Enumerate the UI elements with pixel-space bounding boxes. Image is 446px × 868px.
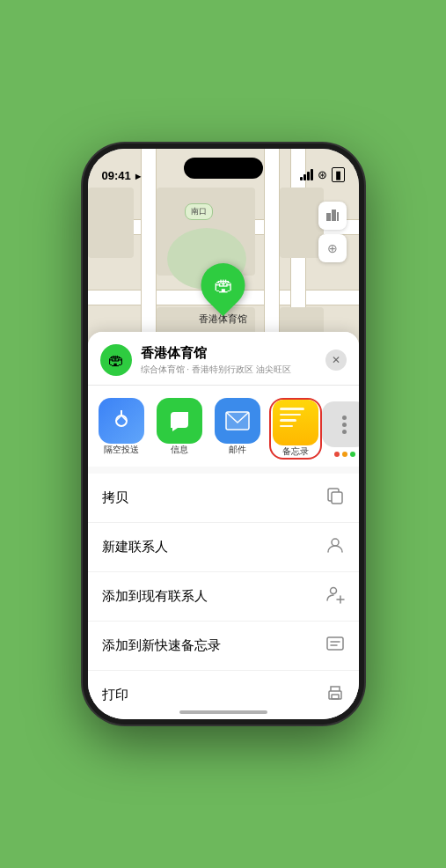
action-add-contact[interactable]: 添加到现有联系人 [88,572,359,622]
svg-rect-14 [327,637,343,650]
print-label: 打印 [102,687,128,703]
quick-note-icon [325,634,345,658]
share-item-message[interactable]: 信息 [153,398,206,460]
share-item-airdrop[interactable]: 隔空投送 [95,398,148,460]
close-button[interactable]: ✕ [325,349,347,371]
wifi-icon: ⊛ [318,168,327,181]
action-quick-note[interactable]: 添加到新快速备忘录 [88,622,359,671]
svg-point-10 [332,539,339,546]
more-icon [322,401,359,447]
share-more-button[interactable] [327,398,359,460]
more-dots [342,416,347,434]
action-copy[interactable]: 拷贝 [88,474,359,523]
notes-line-3 [280,419,297,422]
notes-label: 备忘录 [282,445,309,458]
compass-icon: ⊕ [327,241,338,255]
dynamic-island [184,158,263,179]
svg-rect-0 [326,213,331,221]
airdrop-label: 隔空投送 [104,444,139,456]
location-button[interactable]: ⊕ [318,234,347,262]
venue-info: 香港体育馆 综合体育馆 · 香港特别行政区 油尖旺区 [141,345,325,376]
airdrop-icon [99,398,144,444]
map-label-nankou: 南口 [185,203,213,220]
copy-icon [325,486,345,510]
dot2 [342,423,347,427]
color-dot-red [334,452,340,457]
print-icon [325,683,345,707]
dot3 [342,430,347,434]
status-time: 09:41 ► [102,169,143,182]
svg-rect-9 [332,492,342,504]
signal-bar-2 [303,174,306,180]
message-icon [157,398,202,444]
stadium-icon: 🏟 [214,274,233,297]
svg-point-3 [116,416,127,426]
svg-rect-2 [337,212,339,221]
svg-point-11 [330,588,336,594]
location-icon: ► [134,171,143,181]
svg-rect-1 [332,210,336,221]
svg-rect-18 [332,695,339,699]
venue-subtitle: 综合体育馆 · 香港特别行政区 油尖旺区 [141,364,325,376]
signal-bar-3 [307,172,310,180]
notes-line-4 [280,425,293,428]
share-item-mail[interactable]: 邮件 [211,398,264,460]
signal-bar-1 [300,177,303,180]
new-contact-icon [325,535,345,559]
notes-line-1 [280,408,305,410]
share-item-notes[interactable]: 备忘录 [269,398,322,460]
time-display: 09:41 [102,169,131,182]
map-block-3 [280,188,324,258]
action-new-contact[interactable]: 新建联系人 [88,523,359,572]
map-block-4 [88,188,134,258]
color-dot-orange [342,452,347,457]
status-icons: ⊛ ▮ [300,167,345,182]
quick-note-label: 添加到新快速备忘录 [102,637,221,654]
add-contact-label: 添加到现有联系人 [102,588,208,605]
signal-bars [300,169,313,180]
color-dot-green [350,452,355,457]
phone-screen: 09:41 ► ⊛ ▮ [88,149,359,719]
map-type-button[interactable] [318,202,347,230]
label-text: 南口 [191,207,207,216]
stadium-pin: 🏟 香港体育馆 [199,263,247,326]
battery-icon: ▮ [332,167,345,182]
signal-bar-4 [311,169,313,180]
venue-name: 香港体育馆 [141,345,325,362]
notes-app-icon [273,400,318,445]
share-row: 隔空投送 信息 [88,386,359,467]
home-indicator [179,710,267,714]
mail-label: 邮件 [229,444,246,456]
pin-icon: 🏟 [192,254,254,317]
new-contact-label: 新建联系人 [102,539,168,555]
message-label: 信息 [171,444,188,456]
map-controls: ⊕ [318,202,347,262]
dot1 [342,416,347,420]
mail-icon [215,398,260,444]
phone-frame: 09:41 ► ⊛ ▮ [83,143,364,725]
venue-header: 🏟 香港体育馆 综合体育馆 · 香港特别行政区 油尖旺区 ✕ [88,332,359,386]
add-contact-icon [325,585,345,608]
notes-line-2 [280,414,301,416]
copy-label: 拷贝 [102,489,128,506]
bottom-sheet: 🏟 香港体育馆 综合体育馆 · 香港特别行政区 油尖旺区 ✕ [88,332,359,719]
action-list: 拷贝 新建联系人 [88,474,359,719]
venue-icon: 🏟 [100,344,132,376]
